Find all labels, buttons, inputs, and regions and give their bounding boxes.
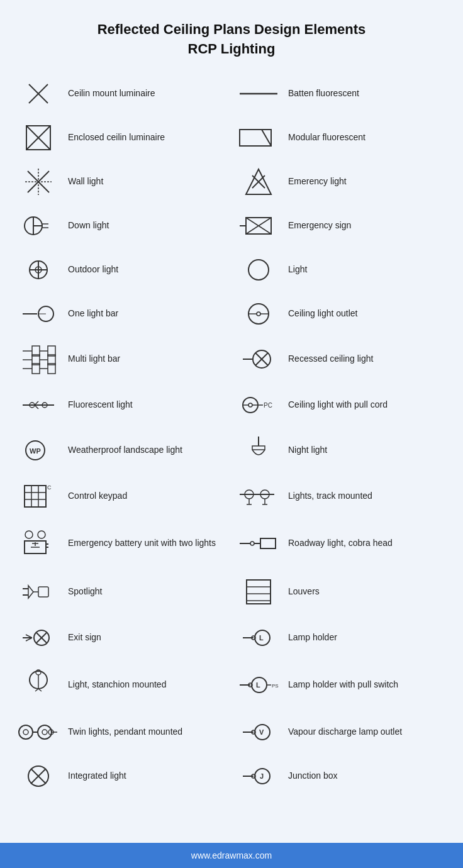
svg-point-34: [257, 312, 260, 316]
header-line2: RCP Lighting: [98, 40, 366, 59]
list-item: Light: [232, 248, 452, 292]
item-label: Lamp holder: [288, 632, 337, 644]
list-item: Fluorescent light: [11, 383, 232, 427]
svg-point-127: [38, 725, 52, 739]
light-icon: [237, 254, 281, 286]
list-item: Exit sign: [11, 616, 232, 660]
spotlight-icon: [16, 576, 60, 608]
item-label: Outdoor light: [68, 264, 118, 276]
list-item: One light bar: [11, 292, 232, 336]
list-item: Ceilin mount luminaire: [11, 72, 232, 116]
list-item: C Control keypad: [11, 474, 232, 518]
item-label: Integrated light: [68, 770, 126, 782]
item-label: Lamp holder with pull switch: [288, 679, 398, 691]
list-item: Batten fluorescent: [232, 72, 452, 116]
item-label: Lights, track mounted: [288, 490, 372, 503]
item-label: Junction box: [288, 770, 338, 782]
one-light-bar-icon: [16, 298, 60, 330]
down-light-icon: [16, 210, 60, 242]
light-stanchion-icon: [16, 666, 60, 704]
item-label: Emergency battery unit with two lights: [68, 537, 216, 550]
integrated-light-icon: [16, 760, 60, 792]
emergency-light-icon: [237, 166, 281, 198]
item-label: Enclosed ceilin luminaire: [68, 131, 165, 144]
svg-text:C: C: [47, 484, 52, 491]
modular-fluorescent-icon: [237, 122, 281, 153]
content-grid: Ceilin mount luminaire Batten fluorescen…: [11, 72, 452, 811]
item-label: Modular fluorescent: [288, 131, 365, 144]
item-label: Roadway light, cobra head: [288, 537, 393, 550]
emergency-sign-icon: [237, 210, 281, 242]
enclosed-ceilin-icon: [16, 122, 60, 153]
list-item: Outdoor light: [11, 248, 232, 292]
item-label: Vapour discharge lamp outlet: [288, 726, 402, 738]
list-item: Spotlight: [11, 569, 232, 616]
svg-point-123: [19, 725, 33, 739]
night-light-icon: [237, 433, 281, 468]
recessed-ceiling-light-icon: [237, 343, 281, 375]
footer: www.edrawmax.com: [0, 843, 463, 868]
item-label: Light, stanchion mounted: [68, 679, 166, 691]
weatherproof-landscape-icon: WP: [16, 435, 60, 466]
header-line1: Reflected Ceiling Plans Design Elements: [98, 20, 366, 40]
roadway-light-cobra-head-icon: [237, 528, 281, 559]
list-item: Emerency light: [232, 160, 452, 204]
svg-text:L: L: [256, 681, 260, 689]
svg-rect-68: [25, 486, 46, 507]
list-item: Light, stanchion mounted: [11, 660, 232, 710]
list-item: Enclosed ceilin luminaire: [11, 116, 232, 160]
louvers-icon: [237, 575, 281, 609]
svg-point-82: [38, 531, 45, 538]
svg-rect-92: [260, 538, 276, 548]
svg-marker-95: [28, 586, 33, 598]
svg-text:L: L: [259, 634, 264, 642]
list-item: Recessed ceiling light: [232, 336, 452, 383]
list-item: Roadway light, cobra head: [232, 518, 452, 569]
svg-text:WP: WP: [30, 447, 41, 455]
list-item: L PS Lamp holder with pull switch: [232, 660, 452, 710]
item-label: Recessed ceiling light: [288, 353, 373, 365]
ceilin-mount-icon: [16, 78, 60, 109]
list-item: L Lamp holder: [232, 616, 452, 660]
list-item: Louvers: [232, 569, 452, 616]
emergency-battery-unit-icon: [16, 525, 60, 562]
item-label: Louvers: [288, 586, 320, 598]
vapour-discharge-icon: V: [237, 716, 281, 748]
ceiling-light-pull-cord-icon: PC: [237, 389, 281, 421]
control-keypad-icon: C: [16, 481, 60, 512]
item-label: Light: [288, 264, 307, 276]
svg-point-59: [248, 403, 252, 407]
exit-sign-icon: [16, 622, 60, 654]
list-item: Ceiling light outlet: [232, 292, 452, 336]
list-item: Wall light: [11, 160, 232, 204]
lights-track-mounted-icon: [237, 481, 281, 512]
svg-text:PC: PC: [264, 402, 272, 409]
svg-point-81: [25, 531, 33, 538]
item-label: Fluorescent light: [68, 399, 133, 411]
item-label: Spotlight: [68, 586, 102, 598]
multi-light-bar-icon: [16, 342, 60, 377]
list-item: Down light: [11, 204, 232, 248]
item-label: Night light: [288, 444, 327, 457]
wall-light-icon: [16, 166, 60, 198]
list-item: Modular fluorescent: [232, 116, 452, 160]
item-label: Ceilin mount luminaire: [68, 87, 155, 100]
list-item: Twin lights, pendant mounted: [11, 710, 232, 754]
lamp-holder-icon: L: [237, 622, 281, 654]
item-label: Weatherproof landscape light: [68, 444, 182, 457]
list-item: PC Ceiling light with pull cord: [232, 383, 452, 427]
svg-point-126: [42, 730, 47, 735]
list-item: Emergency sign: [232, 204, 452, 248]
svg-line-7: [262, 130, 271, 146]
item-label: Emerency light: [288, 175, 347, 188]
list-item: V Vapour discharge lamp outlet: [232, 710, 452, 754]
list-item: Lights, track mounted: [232, 474, 452, 518]
junction-box-icon: J: [237, 760, 281, 792]
ceiling-light-outlet-icon: [237, 298, 281, 330]
item-label: Ceiling light outlet: [288, 308, 358, 320]
batten-fluorescent-icon: [237, 78, 281, 109]
list-item: WP Weatherproof landscape light: [11, 427, 232, 474]
item-label: Emergency sign: [288, 220, 351, 232]
fluorescent-light-icon: [16, 392, 60, 418]
list-item: Integrated light: [11, 754, 232, 798]
